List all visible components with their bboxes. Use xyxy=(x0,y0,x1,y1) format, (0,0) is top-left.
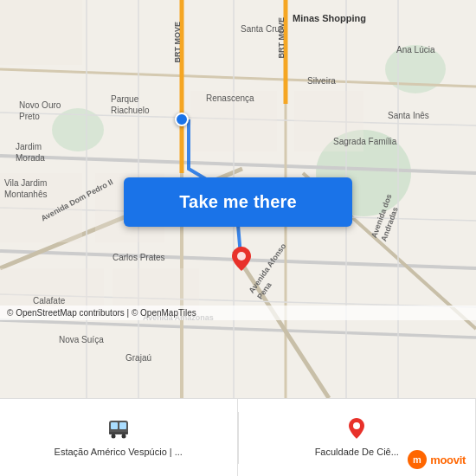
moovit-logo: m moovit xyxy=(408,450,466,469)
button-label: Take me there xyxy=(179,192,297,212)
svg-rect-32 xyxy=(111,422,118,429)
label-brt-move-1: BRT MOVE xyxy=(173,22,182,63)
svg-point-37 xyxy=(353,422,360,429)
svg-text:m: m xyxy=(413,454,421,465)
origin-item[interactable]: Estação Américo Vespúcio | ... xyxy=(0,399,238,476)
map-attribution: © OpenStreetMap contributors | © OpenMap… xyxy=(0,306,476,320)
moovit-text: moovit xyxy=(430,453,466,466)
svg-rect-26 xyxy=(0,173,82,242)
origin-label: Estação Américo Vespúcio | ... xyxy=(55,446,183,458)
svg-rect-25 xyxy=(294,91,363,151)
start-location-marker xyxy=(175,113,189,126)
destination-icon xyxy=(344,416,369,441)
bus-icon xyxy=(106,416,131,441)
moovit-icon: m xyxy=(408,450,427,469)
svg-rect-33 xyxy=(119,422,126,429)
svg-point-30 xyxy=(237,252,246,261)
destination-marker xyxy=(232,247,251,274)
take-me-there-button[interactable]: Take me there xyxy=(124,177,352,227)
svg-point-36 xyxy=(121,434,125,439)
label-brt-move-2: BRT MOVE xyxy=(277,17,286,59)
app-container: Santa Cruz Minas Shopping Ana Lúcia Parq… xyxy=(0,0,476,476)
map-area: Santa Cruz Minas Shopping Ana Lúcia Parq… xyxy=(0,0,476,398)
svg-rect-23 xyxy=(0,0,82,65)
bottom-panel: Estação Américo Vespúcio | ... Faculdade… xyxy=(0,398,476,476)
svg-rect-34 xyxy=(109,432,128,434)
destination-label: Faculdade De Ciê... xyxy=(315,446,399,458)
svg-rect-24 xyxy=(190,91,277,151)
svg-point-35 xyxy=(111,434,115,439)
